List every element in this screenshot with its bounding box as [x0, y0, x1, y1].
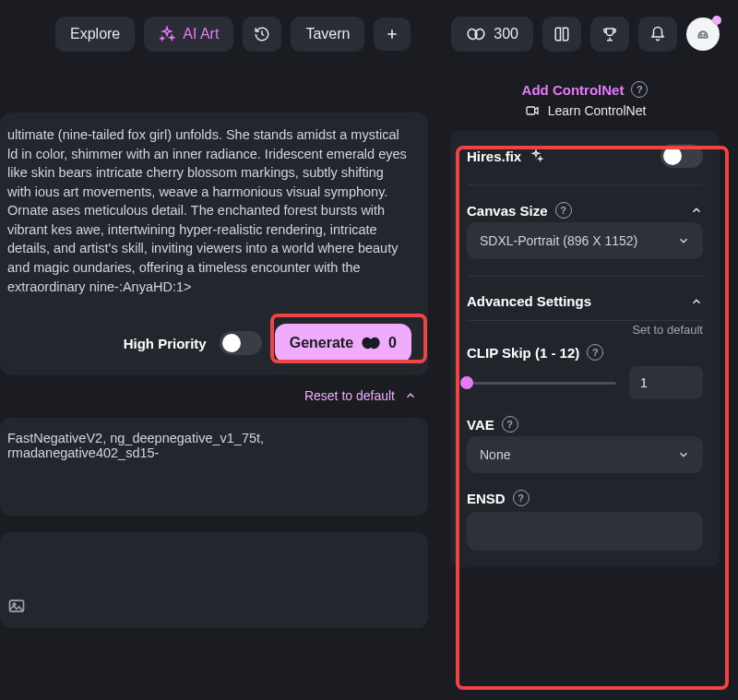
advanced-section: Advanced Settings Set to default CLIP Sk…	[467, 293, 703, 551]
canvas-header[interactable]: Canvas Size ?	[467, 202, 703, 219]
nav-credits[interactable]: 300	[451, 17, 533, 52]
image-icon	[7, 597, 419, 615]
ensd-input[interactable]	[467, 512, 703, 551]
nav-add[interactable]	[374, 18, 411, 51]
clip-skip-group: CLIP Skip (1 - 12) ?	[467, 344, 703, 399]
help-icon[interactable]: ?	[555, 202, 572, 219]
canvas-size-select[interactable]: SDXL-Portrait (896 X 1152)	[467, 222, 703, 259]
clip-skip-label: CLIP Skip (1 - 12)	[467, 345, 579, 361]
nav-history[interactable]	[243, 17, 281, 52]
history-icon	[254, 26, 270, 42]
nav-explore[interactable]: Explore	[55, 17, 135, 52]
add-controlnet-label: Add ControlNet	[522, 82, 625, 98]
book-icon	[554, 26, 570, 42]
nav-avatar[interactable]	[686, 18, 720, 51]
advanced-header[interactable]: Advanced Settings	[467, 293, 703, 309]
nav-ai-art[interactable]: AI Art	[144, 17, 233, 52]
canvas-section: Canvas Size ? SDXL-Portrait (896 X 1152)	[467, 202, 703, 259]
hiresfix-toggle[interactable]	[661, 144, 703, 168]
vae-value: None	[480, 447, 510, 462]
settings-panel: Hires.fix Canvas Size ?	[450, 131, 720, 567]
video-icon	[524, 103, 541, 118]
help-icon[interactable]: ?	[513, 490, 530, 506]
nav-notifications[interactable]	[638, 17, 677, 52]
high-priority-toggle[interactable]	[220, 331, 262, 355]
vae-select[interactable]: None	[467, 436, 703, 473]
clip-skip-slider-row	[467, 366, 703, 399]
reset-label: Reset to default	[304, 388, 395, 403]
reset-row[interactable]: Reset to default	[0, 375, 428, 412]
image-reference-card[interactable]	[0, 532, 428, 628]
toggle-knob	[222, 334, 241, 352]
clip-skip-slider[interactable]	[467, 382, 616, 385]
sparkle-icon	[159, 26, 175, 42]
prompt-text[interactable]: ultimate (nine-tailed fox girl) unfolds.…	[0, 125, 417, 296]
prompt-card: ultimate (nine-tailed fox girl) unfolds.…	[0, 113, 428, 375]
advanced-label: Advanced Settings	[467, 293, 591, 309]
svg-point-3	[704, 34, 705, 35]
canvas-label: Canvas Size	[467, 203, 548, 219]
generate-button[interactable]: Generate 0	[275, 324, 411, 362]
hiresfix-label-group: Hires.fix	[467, 148, 543, 164]
negative-prompt-card[interactable]: FastNegativeV2, ng_deepnegative_v1_75t, …	[0, 418, 428, 516]
hiresfix-label: Hires.fix	[467, 148, 521, 164]
generate-label: Generate	[290, 335, 353, 351]
vae-group: VAE ? None	[467, 416, 703, 473]
avatar-face-icon	[693, 24, 713, 44]
top-nav: Explore AI Art Tavern 300	[0, 0, 738, 65]
clip-skip-input[interactable]	[629, 366, 703, 399]
right-column: Add ControlNet ? Learn ControlNet Hires.…	[450, 65, 738, 691]
add-controlnet-link[interactable]: Add ControlNet ?	[450, 65, 720, 103]
ensd-group: ENSD ?	[467, 490, 703, 551]
chevron-down-icon	[677, 234, 690, 247]
trophy-icon	[601, 26, 618, 42]
plus-icon	[385, 27, 399, 42]
nav-tavern-label: Tavern	[305, 26, 350, 42]
nav-ai-art-label: AI Art	[183, 26, 219, 42]
canvas-size-value: SDXL-Portrait (896 X 1152)	[480, 233, 637, 248]
divider	[467, 276, 703, 277]
hiresfix-row: Hires.fix	[467, 144, 703, 168]
vae-label: VAE	[467, 417, 494, 433]
generate-cost: 0	[388, 335, 397, 351]
svg-point-2	[701, 34, 702, 35]
nav-credits-value: 300	[494, 26, 518, 42]
chevron-up-icon	[690, 295, 703, 308]
help-icon[interactable]: ?	[502, 416, 518, 433]
bean-icon	[361, 336, 381, 350]
help-icon[interactable]: ?	[587, 344, 603, 361]
bean-icon	[466, 27, 486, 42]
svg-rect-8	[527, 107, 535, 114]
negative-prompt-text: FastNegativeV2, ng_deepnegative_v1_75t, …	[7, 431, 264, 460]
left-column: ultimate (nine-tailed fox girl) unfolds.…	[0, 65, 434, 691]
high-priority-label: High Priority	[124, 336, 207, 351]
help-icon[interactable]: ?	[631, 81, 648, 98]
nav-trophy[interactable]	[590, 17, 629, 52]
slider-thumb[interactable]	[460, 376, 473, 389]
main-area: ultimate (nine-tailed fox girl) unfolds.…	[0, 65, 738, 691]
prompt-actions: High Priority Generate 0	[0, 324, 417, 362]
bell-icon	[649, 26, 666, 42]
sparkle-icon	[529, 148, 543, 163]
chevron-down-icon	[677, 448, 690, 461]
nav-tavern[interactable]: Tavern	[291, 17, 364, 52]
divider	[467, 184, 703, 185]
set-default-link[interactable]: Set to default	[467, 323, 703, 337]
divider	[467, 320, 703, 321]
nav-library[interactable]	[542, 17, 581, 52]
ensd-label: ENSD	[467, 491, 506, 506]
chevron-up-icon	[690, 204, 703, 217]
learn-controlnet-label: Learn ControlNet	[548, 103, 647, 118]
learn-controlnet-link[interactable]: Learn ControlNet	[450, 103, 720, 131]
chevron-up-icon	[404, 389, 417, 402]
nav-explore-label: Explore	[70, 26, 120, 42]
toggle-knob	[663, 147, 682, 165]
